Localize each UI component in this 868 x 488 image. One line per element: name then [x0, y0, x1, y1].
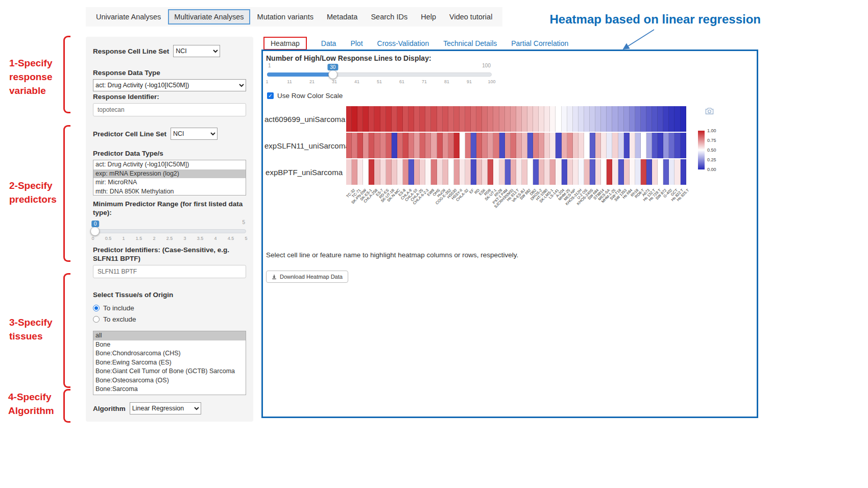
response-data-type-select[interactable]: act: Drug Activity (-log10[IC50M])	[93, 79, 246, 91]
heatmap-row: expSLFN11_uniSarcoma	[264, 133, 686, 158]
tissue-option[interactable]: Bone:Giant Cell Tumor of Bone (GCTB) Sar…	[93, 367, 246, 376]
slider-tick-label: 5	[245, 236, 247, 241]
predictor-data-type-option[interactable]: exp: mRNA Expression (log2)	[93, 169, 246, 179]
slider-tick-label: 61	[399, 79, 404, 84]
response-cell-line-set-select[interactable]: NCI	[173, 45, 220, 57]
tissue-option[interactable]: Bone:Ewing Sarcoma (ES)	[93, 358, 246, 368]
heatmap-cell	[352, 106, 357, 132]
heatmap-cell	[646, 106, 652, 132]
nav-tab-univariate-analyses[interactable]: Univariate Analyses	[90, 9, 167, 25]
nav-tab-mutation-variants[interactable]: Mutation variants	[251, 9, 320, 25]
tab-technical-details[interactable]: Technical Details	[443, 39, 497, 47]
bracket-tissues	[63, 273, 70, 388]
tab-heatmap[interactable]: Heatmap	[263, 37, 307, 50]
heatmap-cell	[431, 133, 437, 158]
heatmap-row-label[interactable]: expSLFN11_uniSarcoma	[264, 141, 346, 150]
heatmap-cell	[352, 159, 357, 185]
slider-tick-label: 1	[266, 79, 268, 84]
heatmap-cell	[624, 159, 630, 185]
predictor-identifiers-input[interactable]	[93, 265, 246, 278]
predictor-data-type-option[interactable]: mth: DNA 850K Methylation	[93, 187, 246, 196]
tissue-option[interactable]: all	[93, 331, 246, 340]
heatmap-cell	[618, 106, 624, 132]
colorbar-tick: 1.00	[707, 128, 716, 133]
heatmap-cell	[380, 106, 386, 132]
heatmap-cell	[403, 159, 408, 185]
bracket-predictors	[63, 125, 70, 262]
radio-button[interactable]	[93, 305, 100, 311]
predictor-data-type-option[interactable]: act: Drug Activity (-log10[IC50M])	[93, 160, 246, 169]
tissue-option[interactable]: Bone	[93, 340, 246, 350]
tab-partial-correlation[interactable]: Partial Correlation	[511, 39, 568, 47]
tissue-origin-label: Select Tissue/s of Origin	[93, 290, 246, 299]
predictor-data-type-option[interactable]: mir: MicroRNA	[93, 178, 246, 187]
row-color-scale-checkbox[interactable]: ✓	[267, 92, 274, 99]
tab-plot[interactable]: Plot	[350, 39, 363, 47]
nav-tab-multivariate-analyses[interactable]: Multivariate Analyses	[168, 9, 250, 25]
heatmap-cell	[522, 106, 527, 132]
slider-track[interactable]	[93, 229, 246, 233]
nav-tab-help[interactable]: Help	[415, 9, 442, 25]
heatmap-grid: act609699_uniSarcomaexpSLFN11_uniSarcoma…	[264, 106, 686, 186]
heatmap-cell	[595, 133, 601, 158]
camera-icon[interactable]	[705, 107, 714, 117]
tab-data[interactable]: Data	[321, 39, 336, 47]
nav-tab-video-tutorial[interactable]: Video tutorial	[443, 9, 498, 25]
heatmap-cell	[414, 133, 420, 158]
heatmap-cell	[681, 133, 686, 158]
annotation-line: Algorithm	[8, 404, 54, 418]
heatmap-hint-text: Select cell line or feature name to high…	[266, 251, 518, 259]
heatmap-cell	[624, 106, 630, 132]
heatmap-cell	[431, 106, 437, 132]
tissue-option[interactable]: Bone:Chondrosarcoma (CHS)	[93, 349, 246, 358]
heatmap-cell	[374, 159, 380, 185]
row-color-scale-toggle[interactable]: ✓ Use Row Color Scale	[267, 92, 343, 100]
tissue-option[interactable]: Peripheral_Nervous_System	[93, 394, 246, 396]
annotation-algorithm-label: 4-SpecifyAlgorithm	[8, 390, 54, 418]
heatmap-cell	[397, 159, 403, 185]
slider-handle[interactable]	[328, 70, 337, 79]
heatmap-cell	[550, 159, 556, 185]
heatmap-cell	[488, 159, 493, 185]
tab-cross-validation[interactable]: Cross-Validation	[377, 39, 429, 47]
heatmap-cell	[573, 159, 578, 185]
heatmap-cell	[511, 133, 516, 158]
response-lines-slider[interactable]: 1100301112131415161718191100	[267, 62, 492, 86]
heatmap-row-label[interactable]: act609699_uniSarcoma	[264, 115, 346, 124]
tissue-option[interactable]: Bone:Osteosarcoma (OS)	[93, 376, 246, 385]
slider-tick-label: 3	[183, 236, 186, 241]
radio-label: To include	[103, 304, 134, 312]
min-predictor-range-slider[interactable]: 5000.511.522.533.544.55	[93, 219, 246, 242]
download-heatmap-data-button[interactable]: Download Heatmap Data	[266, 271, 348, 283]
annotation-line: 2-Specify	[9, 179, 57, 192]
heatmap-cell	[476, 159, 482, 185]
heatmap-cell	[425, 106, 431, 132]
algorithm-select[interactable]: Linear Regression	[130, 402, 201, 414]
heatmap-cell	[392, 159, 397, 185]
heatmap-cell	[471, 106, 476, 132]
radio-button[interactable]	[93, 316, 100, 323]
tissue-radio-to-exclude[interactable]: To exclude	[93, 313, 246, 325]
heatmap-cell	[482, 133, 488, 158]
heatmap-cell	[414, 159, 420, 185]
heatmap-cell	[357, 106, 363, 132]
predictor-cell-line-set-select[interactable]: NCI	[171, 128, 218, 140]
heatmap-cell	[527, 159, 533, 185]
predictor-data-types-listbox[interactable]: act: Drug Activity (-log10[IC50M])exp: m…	[93, 160, 246, 196]
slider-tick-label: 11	[287, 79, 292, 84]
heatmap-row-cells	[346, 159, 686, 185]
tissue-option[interactable]: Bone:Sarcoma	[93, 385, 246, 394]
heatmap-cell	[550, 106, 556, 132]
heatmap-cell	[556, 159, 561, 185]
tissue-listbox[interactable]: allBoneBone:Chondrosarcoma (CHS)Bone:Ewi…	[93, 331, 246, 395]
nav-tab-search-ids[interactable]: Search IDs	[365, 9, 414, 25]
heatmap-cell	[380, 133, 386, 158]
heatmap-cell	[658, 159, 663, 185]
heatmap-cell	[578, 106, 584, 132]
nav-tab-metadata[interactable]: Metadata	[321, 9, 364, 25]
response-identifier-input[interactable]	[93, 103, 246, 116]
slider-handle[interactable]	[90, 227, 100, 236]
heatmap-row-label[interactable]: expBPTF_uniSarcoma	[264, 168, 346, 177]
heatmap-cell	[573, 106, 578, 132]
tissue-radio-to-include[interactable]: To include	[93, 302, 246, 313]
